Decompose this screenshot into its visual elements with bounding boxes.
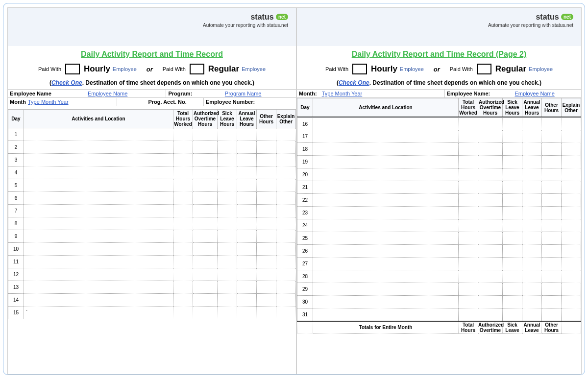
total-hours-cell[interactable]	[459, 194, 478, 207]
explain-cell[interactable]	[276, 294, 296, 307]
sick-cell[interactable]	[218, 281, 237, 294]
program-field[interactable]: Program Name	[192, 91, 294, 96]
overtime-cell[interactable]	[193, 192, 218, 205]
sick-cell[interactable]	[218, 179, 237, 192]
annual-cell[interactable]	[522, 283, 542, 296]
employee-name-field-2[interactable]: Employee Name	[490, 91, 579, 96]
overtime-cell[interactable]	[478, 219, 503, 232]
explain-cell[interactable]	[276, 256, 296, 268]
total-hours-cell[interactable]	[173, 268, 193, 281]
explain-cell[interactable]	[562, 245, 581, 258]
activities-cell[interactable]	[313, 194, 459, 207]
overtime-cell[interactable]	[193, 230, 218, 243]
annual-cell[interactable]	[522, 118, 542, 130]
explain-cell[interactable]	[562, 207, 581, 219]
explain-cell[interactable]	[276, 192, 296, 205]
explain-cell[interactable]	[276, 154, 296, 166]
activities-cell[interactable]	[313, 181, 459, 194]
other-cell[interactable]	[542, 118, 562, 130]
explain-cell[interactable]	[562, 143, 581, 156]
overtime-cell[interactable]	[478, 168, 503, 181]
activities-cell[interactable]	[24, 179, 173, 192]
total-hours-cell[interactable]	[459, 156, 478, 168]
explain-cell[interactable]	[276, 205, 296, 217]
hourly-checkbox[interactable]	[65, 64, 80, 74]
other-cell[interactable]	[542, 156, 562, 168]
other-cell[interactable]	[542, 245, 562, 258]
sick-cell[interactable]	[218, 128, 237, 141]
overtime-cell[interactable]	[193, 281, 218, 294]
sick-cell[interactable]	[503, 207, 522, 219]
activities-cell[interactable]	[24, 268, 173, 281]
total-hours-cell[interactable]	[459, 270, 478, 283]
sick-cell[interactable]	[503, 194, 522, 207]
annual-cell[interactable]	[237, 128, 257, 141]
sick-cell[interactable]	[503, 168, 522, 181]
total-hours-cell[interactable]	[173, 281, 193, 294]
sick-cell[interactable]	[218, 205, 237, 217]
activities-cell[interactable]	[313, 219, 459, 232]
other-cell[interactable]	[257, 205, 276, 217]
activities-cell[interactable]	[313, 232, 459, 245]
explain-cell[interactable]	[276, 307, 296, 319]
explain-cell[interactable]	[562, 194, 581, 207]
total-hours-cell[interactable]	[459, 296, 478, 308]
sick-cell[interactable]	[503, 283, 522, 296]
other-cell[interactable]	[542, 130, 562, 143]
sick-cell[interactable]	[218, 256, 237, 268]
overtime-cell[interactable]	[193, 128, 218, 141]
total-hours-cell[interactable]	[173, 230, 193, 243]
other-cell[interactable]	[257, 268, 276, 281]
total-hours-cell[interactable]	[173, 243, 193, 256]
other-cell[interactable]	[257, 256, 276, 268]
explain-cell[interactable]	[276, 281, 296, 294]
annual-cell[interactable]	[237, 307, 257, 319]
explain-cell[interactable]	[276, 230, 296, 243]
total-hours-cell[interactable]	[459, 232, 478, 245]
overtime-cell[interactable]	[478, 181, 503, 194]
activities-cell[interactable]	[313, 118, 459, 130]
overtime-cell[interactable]	[193, 307, 218, 319]
annual-cell[interactable]	[522, 194, 542, 207]
annual-cell[interactable]	[522, 232, 542, 245]
sick-cell[interactable]	[218, 230, 237, 243]
overtime-cell[interactable]	[478, 118, 503, 130]
explain-cell[interactable]	[562, 296, 581, 308]
annual-cell[interactable]	[522, 296, 542, 308]
sick-cell[interactable]	[218, 192, 237, 205]
regular-checkbox-2[interactable]	[477, 64, 491, 74]
overtime-cell[interactable]	[478, 156, 503, 168]
explain-cell[interactable]	[562, 181, 581, 194]
annual-cell[interactable]	[237, 205, 257, 217]
sick-cell[interactable]	[218, 154, 237, 166]
activities-cell[interactable]	[313, 156, 459, 168]
total-hours-cell[interactable]	[459, 207, 478, 219]
activities-cell[interactable]	[24, 294, 173, 307]
other-cell[interactable]	[257, 294, 276, 307]
overtime-cell[interactable]	[478, 245, 503, 258]
other-cell[interactable]	[257, 217, 276, 230]
activities-cell[interactable]	[313, 245, 459, 258]
other-cell[interactable]	[542, 308, 562, 321]
other-cell[interactable]	[257, 192, 276, 205]
activities-cell[interactable]	[313, 308, 459, 321]
overtime-cell[interactable]	[193, 205, 218, 217]
other-cell[interactable]	[257, 307, 276, 319]
total-hours-cell[interactable]	[459, 258, 478, 270]
annual-cell[interactable]	[237, 294, 257, 307]
hourly-checkbox-2[interactable]	[352, 64, 367, 74]
explain-cell[interactable]	[276, 128, 296, 141]
overtime-cell[interactable]	[478, 258, 503, 270]
total-hours-cell[interactable]	[173, 154, 193, 166]
sick-cell[interactable]	[503, 130, 522, 143]
other-cell[interactable]	[542, 232, 562, 245]
activities-cell[interactable]	[313, 296, 459, 308]
overtime-cell[interactable]	[193, 179, 218, 192]
sick-cell[interactable]	[503, 308, 522, 321]
month-field-2[interactable]: Type Month Year	[317, 91, 442, 96]
total-hours-cell[interactable]	[459, 308, 478, 321]
explain-cell[interactable]	[276, 217, 296, 230]
annual-cell[interactable]	[237, 230, 257, 243]
other-cell[interactable]	[542, 270, 562, 283]
total-hours-cell[interactable]	[173, 179, 193, 192]
